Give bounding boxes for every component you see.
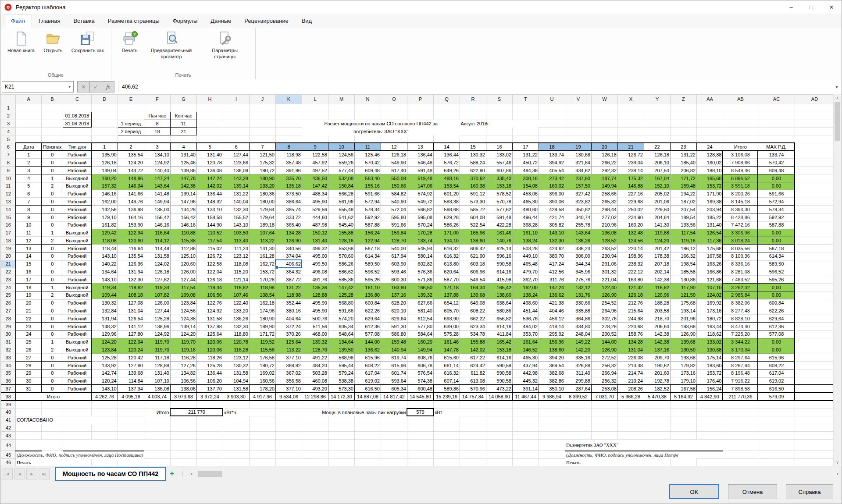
cell-hour-value[interactable]: 424,62: [539, 245, 565, 252]
grid-cell[interactable]: [118, 432, 144, 440]
cell-hour-value[interactable]: 135,90: [91, 151, 118, 159]
cell-hour-value[interactable]: 119,52: [249, 338, 275, 346]
cell-hour-value[interactable]: 301,32: [591, 268, 617, 276]
cell-hour-value[interactable]: 570,24: [407, 221, 433, 229]
cell-hour-value[interactable]: 362,70: [512, 276, 539, 284]
cell-hour-value[interactable]: 116,64: [144, 229, 170, 237]
cell-flag[interactable]: 0: [42, 268, 63, 276]
cell-hour-value[interactable]: 382,86: [539, 377, 565, 385]
cell-hour-value[interactable]: 614,16: [486, 323, 512, 330]
cell-hour-value[interactable]: 131,04: [617, 346, 644, 354]
grid-cell[interactable]: [617, 104, 644, 112]
cell-hour-value[interactable]: 157,32: [91, 182, 118, 190]
cell-hour-value[interactable]: 350,10: [539, 385, 565, 393]
grid-cell[interactable]: [758, 451, 795, 459]
cell-day-total[interactable]: 7 472,16: [723, 221, 758, 229]
cell-hour-value[interactable]: 137,16: [381, 291, 407, 299]
cell-hour-value[interactable]: 385,74: [275, 206, 302, 213]
grid-cell[interactable]: [795, 346, 834, 354]
grid-cell[interactable]: [795, 354, 834, 362]
cell-hour-value[interactable]: 147,24: [144, 174, 170, 182]
grid-cell[interactable]: [795, 291, 834, 299]
cell-hour-value[interactable]: 323,82: [565, 198, 591, 206]
cell-hour-value[interactable]: 133,74: [539, 151, 565, 159]
cell-hour-value[interactable]: 445,32: [512, 377, 539, 385]
cell-hour-value[interactable]: 567,18: [354, 245, 381, 252]
grid-cell[interactable]: [723, 451, 758, 459]
cell-hour-value[interactable]: 534,78: [460, 330, 486, 338]
grid-cell[interactable]: [381, 112, 407, 120]
cell-hour-value[interactable]: 306,00: [565, 252, 591, 260]
cell-hour-value[interactable]: 167,58: [670, 385, 696, 393]
grid-cell[interactable]: [539, 416, 565, 424]
cell-hour-value[interactable]: 213,48: [617, 362, 644, 369]
cell-hour-value[interactable]: 638,64: [486, 299, 512, 307]
cell-hour-value[interactable]: 137,88: [433, 291, 460, 299]
cell-hour-value[interactable]: 336,24: [565, 245, 591, 252]
cell-hour-value[interactable]: 106,20: [196, 377, 223, 385]
cell-hour-value[interactable]: 130,68: [565, 151, 591, 159]
cell-hour-value[interactable]: 576,36: [407, 268, 433, 276]
cell-hour-value[interactable]: 106,56: [196, 291, 223, 299]
cell-hour-value[interactable]: 577,62: [486, 206, 512, 213]
cell-hour-value[interactable]: 124,92: [144, 330, 170, 338]
cell-hour-value[interactable]: 194,22: [670, 190, 696, 198]
grid-cell[interactable]: [328, 424, 354, 432]
cell-hour-value[interactable]: 258,66: [591, 190, 617, 198]
cell-hour-value[interactable]: 421,38: [539, 299, 565, 307]
cell-V45[interactable]: (Должность, ФИО, подпись уполномочен. ли…: [565, 451, 696, 459]
grid-cell[interactable]: [381, 401, 407, 408]
cell-hour-value[interactable]: 137,34: [118, 385, 144, 393]
cell-hour-value[interactable]: 568,98: [328, 354, 354, 362]
cell-hour-value[interactable]: 465,30: [512, 198, 539, 206]
cell-hour-value[interactable]: 133,02: [696, 338, 723, 346]
cell-hour-value[interactable]: 545,40: [328, 221, 354, 229]
cancel-button[interactable]: Отмена: [728, 484, 777, 499]
row-header-15[interactable]: 15: [1, 213, 16, 221]
grid-cell[interactable]: [795, 385, 834, 393]
cell-hour-value[interactable]: 495,00: [302, 252, 328, 260]
cell-F40[interactable]: Итого: [144, 408, 170, 416]
grid-cell[interactable]: [758, 416, 795, 424]
cell-hour-value[interactable]: 519,48: [407, 174, 433, 182]
cell-hour-value[interactable]: 368,82: [275, 362, 302, 369]
cell-hour-value[interactable]: 136,98: [118, 206, 144, 213]
cell-hour-value[interactable]: 149,94: [144, 198, 170, 206]
grid-cell[interactable]: [381, 440, 407, 451]
cell-hour-value[interactable]: 135,00: [144, 206, 170, 213]
cell-date[interactable]: 17: [16, 276, 42, 284]
grid-cell[interactable]: [275, 424, 302, 432]
grid-cell[interactable]: [91, 416, 118, 424]
grid-cell[interactable]: [696, 401, 723, 408]
cell-hour-value[interactable]: 118,08: [223, 260, 249, 268]
grid-cell[interactable]: [196, 424, 223, 432]
cell-hour-value[interactable]: 201,96: [670, 315, 696, 323]
cell-hour-value[interactable]: 170,28: [249, 276, 275, 284]
cell-daytype[interactable]: Рабочий: [63, 377, 91, 385]
cell-hour-value[interactable]: 111,24: [223, 245, 249, 252]
cell-hour-value[interactable]: 171,00: [433, 229, 460, 237]
cell-hour-value[interactable]: 586,26: [433, 221, 460, 229]
cell-hour-value[interactable]: 141,12: [118, 323, 144, 330]
menu-tab-Вид[interactable]: Вид: [295, 14, 319, 28]
grid-cell[interactable]: [460, 440, 486, 451]
grid-cell[interactable]: [795, 190, 834, 198]
cell-hour-value[interactable]: 661,14: [433, 362, 460, 369]
grid-cell[interactable]: [223, 128, 249, 135]
cell-day-max[interactable]: 617,04: [758, 369, 795, 377]
cell-hour-value[interactable]: 198,36: [617, 252, 644, 260]
cell-date[interactable]: 13: [16, 245, 42, 252]
cell-hour-value[interactable]: 118,98: [249, 284, 275, 291]
cell-hour-value[interactable]: 130,68: [696, 346, 723, 354]
grid-cell[interactable]: [63, 424, 91, 432]
cell-hour-value[interactable]: 370,26: [275, 330, 302, 338]
grid-cell[interactable]: [302, 401, 328, 408]
cell-K40[interactable]: Мощн. в плановые часы пик.нагрузки: [275, 408, 407, 416]
cell-hour-value[interactable]: 140,40: [144, 167, 170, 174]
cell-hour-value[interactable]: 295,92: [539, 330, 565, 338]
cell-hour-value[interactable]: 570,96: [460, 385, 486, 393]
cell-hour-value[interactable]: 662,22: [460, 315, 486, 323]
cell-hour-value[interactable]: 138,24: [512, 237, 539, 245]
cell-hour-value[interactable]: 616,32: [433, 252, 460, 260]
cell-hour-value[interactable]: 605,70: [433, 307, 460, 315]
